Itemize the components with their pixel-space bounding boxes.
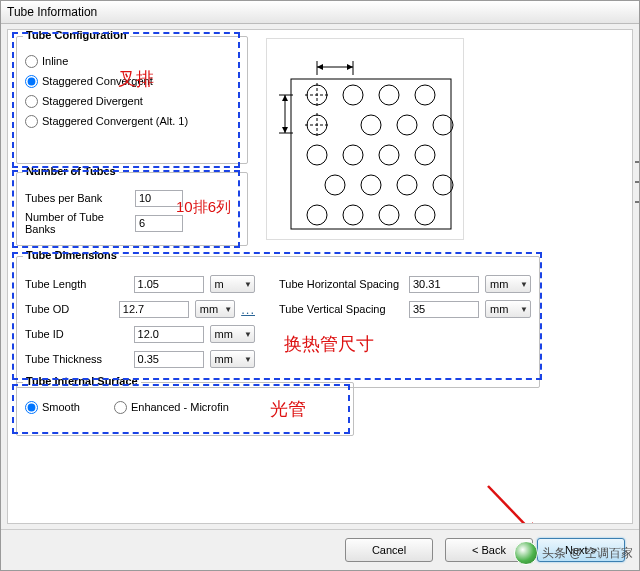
radio-smooth-input[interactable]	[25, 401, 38, 414]
svg-point-29	[361, 175, 381, 195]
tube-vsp-label: Tube Vertical Spacing	[279, 303, 409, 315]
svg-rect-0	[291, 79, 451, 229]
back-button[interactable]: < Back	[445, 538, 533, 562]
radio-inline[interactable]: Inline	[25, 53, 239, 69]
svg-point-14	[343, 85, 363, 105]
radio-inline-label: Inline	[42, 55, 68, 67]
number-tube-banks-label: Number of Tube Banks	[25, 211, 135, 235]
svg-point-32	[307, 205, 327, 225]
tube-vsp-unit[interactable]: mm▼	[485, 300, 531, 318]
radio-staggered-convergent[interactable]: Staggered Convergent	[25, 73, 239, 89]
svg-point-26	[379, 145, 399, 165]
chevron-down-icon: ▼	[244, 355, 252, 364]
number-of-tubes-legend: Number of Tubes	[23, 165, 119, 177]
radio-inline-input[interactable]	[25, 55, 38, 68]
more-button[interactable]: ...	[241, 302, 255, 317]
radio-staggered-divergent-input[interactable]	[25, 95, 38, 108]
tube-thickness-label: Tube Thickness	[25, 353, 134, 365]
radio-staggered-alt[interactable]: Staggered Convergent (Alt. 1)	[25, 113, 239, 129]
svg-point-16	[415, 85, 435, 105]
tubes-per-bank-label: Tubes per Bank	[25, 192, 135, 204]
tube-vsp-input[interactable]	[409, 301, 479, 318]
tube-configuration-group: Tube Configuration Inline Staggered Conv…	[16, 36, 248, 164]
radio-staggered-convergent-input[interactable]	[25, 75, 38, 88]
tube-thickness-unit[interactable]: mm▼	[210, 350, 255, 368]
dialog-window: Tube Information Tube Configuration Inli…	[0, 0, 640, 571]
window-title: Tube Information	[7, 5, 97, 19]
number-tube-banks-input[interactable]	[135, 215, 183, 232]
svg-point-31	[433, 175, 453, 195]
svg-point-24	[307, 145, 327, 165]
tube-diagram-svg	[267, 39, 463, 239]
radio-staggered-alt-label: Staggered Convergent (Alt. 1)	[42, 115, 188, 127]
footer: Cancel < Back Next >	[1, 529, 639, 570]
svg-point-35	[415, 205, 435, 225]
radio-enhanced-input[interactable]	[114, 401, 127, 414]
svg-point-33	[343, 205, 363, 225]
radio-enhanced-label: Enhanced - Microfin	[131, 401, 229, 413]
radio-staggered-alt-input[interactable]	[25, 115, 38, 128]
tube-hsp-unit[interactable]: mm▼	[485, 275, 531, 293]
tube-hsp-label: Tube Horizontal Spacing	[279, 278, 409, 290]
tube-dimensions-group: Tube Dimensions Tube Lengthm▼ Tube ODmm▼…	[16, 256, 540, 388]
svg-point-30	[397, 175, 417, 195]
main-panel: Tube Configuration Inline Staggered Conv…	[7, 29, 633, 524]
red-arrow-icon	[482, 480, 548, 524]
svg-point-27	[415, 145, 435, 165]
radio-enhanced[interactable]: Enhanced - Microfin	[114, 399, 229, 415]
tube-length-label: Tube Length	[25, 278, 134, 290]
tube-internal-surface-group: Tube Internal Surface Smooth Enhanced - …	[16, 382, 354, 436]
tube-diagram	[266, 38, 464, 240]
tube-id-label: Tube ID	[25, 328, 134, 340]
radio-smooth[interactable]: Smooth	[25, 399, 80, 415]
tube-hsp-input[interactable]	[409, 276, 479, 293]
tube-thickness-input[interactable]	[134, 351, 204, 368]
number-tube-banks-row: Number of Tube Banks	[25, 213, 239, 233]
chevron-down-icon: ▼	[520, 305, 528, 314]
titlebar: Tube Information	[1, 1, 639, 24]
tube-length-input[interactable]	[134, 276, 204, 293]
svg-point-22	[397, 115, 417, 135]
svg-marker-5	[347, 64, 353, 70]
svg-point-15	[379, 85, 399, 105]
radio-smooth-label: Smooth	[42, 401, 80, 413]
radio-staggered-convergent-label: Staggered Convergent	[42, 75, 153, 87]
chevron-down-icon: ▼	[244, 280, 252, 289]
tube-length-unit[interactable]: m▼	[210, 275, 255, 293]
svg-point-28	[325, 175, 345, 195]
next-button[interactable]: Next >	[537, 538, 625, 562]
tube-id-input[interactable]	[134, 326, 204, 343]
tubes-per-bank-input[interactable]	[135, 190, 183, 207]
tube-od-label: Tube OD	[25, 303, 119, 315]
tube-internal-surface-legend: Tube Internal Surface	[23, 375, 141, 387]
number-of-tubes-group: Number of Tubes Tubes per Bank Number of…	[16, 172, 248, 246]
chevron-down-icon: ▼	[520, 280, 528, 289]
svg-point-23	[433, 115, 453, 135]
svg-point-21	[361, 115, 381, 135]
tube-od-unit[interactable]: mm▼	[195, 300, 235, 318]
chevron-down-icon: ▼	[224, 305, 232, 314]
cancel-button[interactable]: Cancel	[345, 538, 433, 562]
svg-point-34	[379, 205, 399, 225]
svg-marker-9	[282, 95, 288, 101]
radio-staggered-divergent[interactable]: Staggered Divergent	[25, 93, 239, 109]
chevron-down-icon: ▼	[244, 330, 252, 339]
tube-dimensions-legend: Tube Dimensions	[23, 249, 120, 261]
svg-line-36	[488, 486, 538, 524]
radio-staggered-divergent-label: Staggered Divergent	[42, 95, 143, 107]
svg-marker-10	[282, 127, 288, 133]
svg-point-25	[343, 145, 363, 165]
tube-configuration-legend: Tube Configuration	[23, 29, 130, 41]
svg-marker-4	[317, 64, 323, 70]
right-edge-marks	[635, 143, 639, 428]
tube-id-unit[interactable]: mm▼	[210, 325, 255, 343]
tubes-per-bank-row: Tubes per Bank	[25, 188, 239, 208]
tube-od-input[interactable]	[119, 301, 189, 318]
